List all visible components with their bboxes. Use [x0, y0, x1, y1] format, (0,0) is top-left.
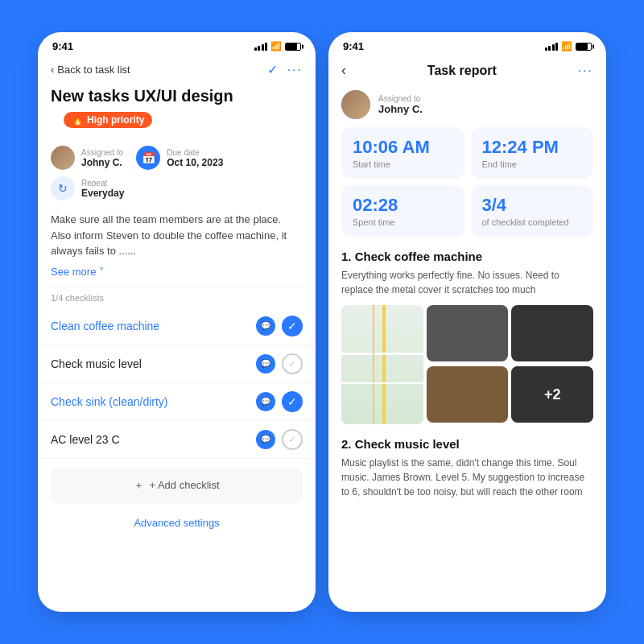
- section1-title: 1. Check coffee machine: [328, 246, 606, 268]
- start-time-label: Start time: [353, 159, 453, 169]
- check-circle-4[interactable]: ✓: [282, 429, 303, 450]
- screen2: 9:41 📶 ‹ Task report ···: [328, 32, 606, 612]
- checklist-fraction: 3/4: [482, 195, 583, 216]
- check-circle-2[interactable]: ✓: [282, 353, 303, 374]
- chevron-left-icon: ‹: [51, 64, 54, 76]
- end-time-label: End time: [482, 159, 583, 169]
- assigned-label: Assigned to: [81, 148, 123, 157]
- start-time-value: 10:06 AM: [353, 137, 453, 158]
- check-circle-3[interactable]: ✓: [282, 391, 303, 412]
- signal-icon-2: [545, 43, 559, 51]
- task-title: New tasks UX/UI design: [38, 84, 316, 112]
- assigned-label-2: Assigned to: [378, 94, 423, 103]
- plus-icon: ＋: [134, 478, 144, 493]
- more-images-overlay: +2: [511, 366, 593, 423]
- signal-icon-1: [254, 43, 268, 51]
- battery-icon-1: [285, 43, 301, 51]
- chat-icon-4[interactable]: 💬: [256, 430, 275, 449]
- checklist-item-2: Check music level 💬 ✓: [38, 345, 316, 383]
- report-title: Task report: [427, 64, 497, 78]
- checklist-item-4: AC level 23 C 💬 ✓: [38, 421, 316, 459]
- checklist-label-3: Check sink (clean/dirty): [51, 395, 168, 408]
- chat-icon-2[interactable]: 💬: [256, 354, 275, 374]
- checklist-label-2: Check music level: [51, 357, 142, 370]
- screen2-scroll: Assigned to Johny C. 10:06 AM Start time…: [328, 85, 606, 612]
- machine-image-4: +2: [511, 366, 593, 423]
- checklist-label: of checklist completed: [482, 217, 583, 227]
- checklist-label-4: AC level 23 C: [51, 433, 120, 446]
- spent-time-value: 02:28: [353, 195, 453, 216]
- screen1: 9:41 📶 ‹ Back to task list ✓ ···: [38, 32, 316, 612]
- calendar-icon: 📅: [136, 146, 160, 170]
- nav-actions-1: ✓ ···: [267, 62, 303, 77]
- status-time-1: 9:41: [52, 40, 73, 52]
- nav-bar-2: ‹ Task report ···: [328, 56, 606, 85]
- section2-title: 2. Check music level: [328, 434, 606, 456]
- repeat-label: Repeat: [81, 179, 124, 188]
- more-icon-2[interactable]: ···: [578, 64, 593, 78]
- priority-badge: 🔥 High priority: [64, 112, 152, 128]
- end-time-card: 12:24 PM End time: [471, 127, 594, 179]
- chat-icon-3[interactable]: 💬: [256, 392, 275, 411]
- assigned-text: Assigned to Johny C.: [81, 148, 123, 168]
- machine-image-1: [427, 305, 509, 361]
- checklist-card: 3/4 of checklist completed: [471, 185, 594, 237]
- add-checklist-button[interactable]: ＋ + Add checklist: [51, 467, 303, 504]
- section2-desc: Music playlist is the same, didn't chang…: [328, 456, 606, 507]
- repeat-row: ↻ Repeat Everyday: [38, 176, 316, 208]
- status-bar-1: 9:41 📶: [38, 32, 316, 56]
- assigned-name-2: Johny C.: [378, 103, 423, 115]
- task-description: Make sure all the team members are at th…: [38, 208, 316, 264]
- back-label: Back to task list: [57, 64, 130, 76]
- stats-grid: 10:06 AM Start time 12:24 PM End time 02…: [328, 127, 606, 246]
- checklist-count: 1/4 checklists: [38, 287, 316, 308]
- due-date-value: Oct 10, 2023: [167, 157, 223, 168]
- screen1-scroll: New tasks UX/UI design 🔥 High priority A…: [38, 84, 316, 612]
- machine-image-3: [427, 366, 509, 423]
- assigned-avatar-2: [341, 90, 370, 119]
- advanced-settings-button[interactable]: Advanced settings: [38, 512, 316, 540]
- end-time-value: 12:24 PM: [482, 137, 583, 158]
- battery-icon-2: [576, 43, 592, 51]
- map-image: [341, 305, 423, 424]
- checklist-label-1: Clean coffee machine: [51, 320, 159, 332]
- due-date-label: Due date: [167, 148, 223, 157]
- machine-image-2: [511, 305, 593, 361]
- status-time-2: 9:41: [343, 40, 364, 52]
- check-circle-1[interactable]: ✓: [282, 316, 303, 336]
- chat-icon-1[interactable]: 💬: [256, 316, 275, 336]
- checklist-item-3: Check sink (clean/dirty) 💬 ✓: [38, 383, 316, 421]
- assigned-item: Assigned to Johny C.: [51, 146, 123, 170]
- status-icons-2: 📶: [545, 41, 592, 52]
- spent-time-card: 02:28 Spent time: [341, 185, 464, 237]
- see-more-button[interactable]: See more ˅: [38, 264, 316, 286]
- due-date-item: 📅 Due date Oct 10, 2023: [136, 146, 223, 170]
- checklist-item-1: Clean coffee machine 💬 ✓: [38, 308, 316, 345]
- assigned-avatar: [51, 146, 75, 170]
- task-meta-row1: Assigned to Johny C. 📅 Due date Oct 10, …: [38, 146, 316, 176]
- more-action-icon[interactable]: ···: [287, 63, 303, 77]
- start-time-card: 10:06 AM Start time: [341, 127, 464, 179]
- back-icon-2[interactable]: ‹: [341, 62, 346, 79]
- status-icons-1: 📶: [254, 41, 302, 52]
- assigned-name: Johny C.: [81, 157, 123, 168]
- chevron-down-icon: ˅: [99, 266, 105, 278]
- fire-icon: 🔥: [72, 114, 84, 126]
- check-action-icon[interactable]: ✓: [267, 62, 278, 77]
- nav-bar-1: ‹ Back to task list ✓ ···: [38, 56, 316, 84]
- spent-time-label: Spent time: [353, 217, 453, 227]
- assigned-row-2: Assigned to Johny C.: [328, 85, 606, 127]
- section1-desc: Everything works perfectly fine. No issu…: [328, 268, 606, 305]
- repeat-value: Everyday: [81, 188, 124, 199]
- status-bar-2: 9:41 📶: [328, 32, 606, 56]
- wifi-icon-2: 📶: [561, 41, 572, 52]
- images-grid: +2: [328, 305, 606, 434]
- wifi-icon-1: 📶: [270, 41, 282, 52]
- repeat-icon: ↻: [51, 176, 75, 200]
- back-button-1[interactable]: ‹ Back to task list: [51, 64, 130, 76]
